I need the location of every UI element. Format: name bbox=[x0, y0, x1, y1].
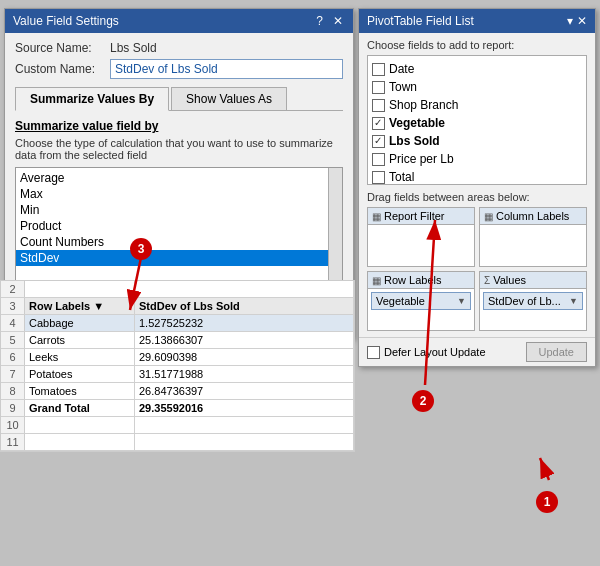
field-price-per-lb-checkbox[interactable] bbox=[372, 153, 385, 166]
cell-4a[interactable]: Cabbage bbox=[25, 315, 135, 331]
cell-10a[interactable] bbox=[25, 417, 135, 433]
field-date-checkbox[interactable] bbox=[372, 63, 385, 76]
dialog-close-button[interactable]: ✕ bbox=[331, 14, 345, 28]
callout-2: 2 bbox=[412, 390, 434, 412]
row-num-6: 6 bbox=[1, 349, 25, 365]
report-filter-body[interactable] bbox=[368, 225, 474, 231]
report-filter-icon: ▦ bbox=[372, 211, 381, 222]
custom-name-input[interactable] bbox=[110, 59, 343, 79]
field-total-checkbox[interactable] bbox=[372, 171, 385, 184]
values-body: StdDev of Lb... ▼ bbox=[480, 289, 586, 315]
cell-11a[interactable] bbox=[25, 434, 135, 450]
field-total-name: Total bbox=[389, 170, 414, 184]
update-button[interactable]: Update bbox=[526, 342, 587, 362]
cell-5a[interactable]: Carrots bbox=[25, 332, 135, 348]
sheet-row-7: 7 Potatoes 31.51771988 bbox=[1, 366, 354, 383]
field-lbs-sold[interactable]: Lbs Sold bbox=[372, 132, 582, 150]
cell-6b[interactable]: 29.6090398 bbox=[135, 349, 354, 365]
field-shop-branch[interactable]: Shop Branch bbox=[372, 96, 582, 114]
column-labels-label: Column Labels bbox=[496, 210, 569, 222]
field-price-per-lb[interactable]: Price per Lb bbox=[372, 150, 582, 168]
calculation-listbox-container: Average Max Min Product Count Numbers St… bbox=[15, 167, 343, 282]
cell-8b[interactable]: 26.84736397 bbox=[135, 383, 354, 399]
sheet-row-8: 8 Tomatoes 26.84736397 bbox=[1, 383, 354, 400]
cell-10b[interactable] bbox=[135, 417, 354, 433]
defer-layout-row: Defer Layout Update bbox=[367, 346, 486, 359]
field-vegetable[interactable]: Vegetable bbox=[372, 114, 582, 132]
field-town[interactable]: Town bbox=[372, 78, 582, 96]
row-num-5: 5 bbox=[1, 332, 25, 348]
list-item-max[interactable]: Max bbox=[16, 186, 342, 202]
cell-7a[interactable]: Potatoes bbox=[25, 366, 135, 382]
sheet-row-9: 9 Grand Total 29.35592016 bbox=[1, 400, 354, 417]
cell-5b[interactable]: 25.13866307 bbox=[135, 332, 354, 348]
values-header: Σ Values bbox=[480, 272, 586, 289]
row-num-4: 4 bbox=[1, 315, 25, 331]
arrow-1 bbox=[540, 458, 549, 480]
values-chip-name: StdDev of Lb... bbox=[488, 295, 561, 307]
pivot-gear-button[interactable]: ▾ bbox=[567, 14, 573, 28]
list-item-stddev[interactable]: StdDev bbox=[16, 250, 342, 266]
dialog-tabs: Summarize Values By Show Values As bbox=[15, 87, 343, 111]
row-num-11: 11 bbox=[1, 434, 25, 450]
cell-6a[interactable]: Leeks bbox=[25, 349, 135, 365]
field-date-name: Date bbox=[389, 62, 414, 76]
field-town-name: Town bbox=[389, 80, 417, 94]
values-chip-stddev[interactable]: StdDev of Lb... ▼ bbox=[483, 292, 583, 310]
field-shop-branch-name: Shop Branch bbox=[389, 98, 458, 112]
pivot-areas: ▦ Report Filter ▦ Column Labels ▦ Row La… bbox=[367, 207, 587, 331]
row-num-8: 8 bbox=[1, 383, 25, 399]
field-total[interactable]: Total bbox=[372, 168, 582, 185]
report-filter-header: ▦ Report Filter bbox=[368, 208, 474, 225]
list-item-min[interactable]: Min bbox=[16, 202, 342, 218]
row-labels-body: Vegetable ▼ bbox=[368, 289, 474, 315]
cell-7b[interactable]: 31.51771988 bbox=[135, 366, 354, 382]
field-date[interactable]: Date bbox=[372, 60, 582, 78]
report-filter-label: Report Filter bbox=[384, 210, 445, 222]
cell-9a[interactable]: Grand Total bbox=[25, 400, 135, 416]
dialog-title-controls: ? ✕ bbox=[314, 14, 345, 28]
field-town-checkbox[interactable] bbox=[372, 81, 385, 94]
list-item-count-numbers[interactable]: Count Numbers bbox=[16, 234, 342, 250]
cell-2b[interactable] bbox=[135, 281, 354, 297]
cell-2a[interactable] bbox=[25, 281, 135, 297]
row-labels-label: Row Labels bbox=[384, 274, 441, 286]
dialog-title-text: Value Field Settings bbox=[13, 14, 119, 28]
tab-show-values-as[interactable]: Show Values As bbox=[171, 87, 287, 110]
dialog-help-button[interactable]: ? bbox=[314, 14, 325, 28]
cell-8a[interactable]: Tomatoes bbox=[25, 383, 135, 399]
pivot-close-button[interactable]: ✕ bbox=[577, 14, 587, 28]
calculation-listbox[interactable]: Average Max Min Product Count Numbers St… bbox=[16, 168, 342, 281]
cell-3b[interactable]: StdDev of Lbs Sold bbox=[135, 298, 354, 314]
values-area: Σ Values StdDev of Lb... ▼ bbox=[479, 271, 587, 331]
values-chip-arrow: ▼ bbox=[569, 296, 578, 306]
tab-summarize-values-by[interactable]: Summarize Values By bbox=[15, 87, 169, 111]
column-labels-body[interactable] bbox=[480, 225, 586, 231]
section-desc: Choose the type of calculation that you … bbox=[15, 137, 343, 161]
field-shop-branch-checkbox[interactable] bbox=[372, 99, 385, 112]
defer-layout-checkbox[interactable] bbox=[367, 346, 380, 359]
cell-3a[interactable]: Row Labels ▼ bbox=[25, 298, 135, 314]
cell-11b[interactable] bbox=[135, 434, 354, 450]
source-name-value: Lbs Sold bbox=[110, 41, 157, 55]
list-item-product[interactable]: Product bbox=[16, 218, 342, 234]
row-num-3: 3 bbox=[1, 298, 25, 314]
custom-name-label: Custom Name: bbox=[15, 62, 110, 76]
cell-4b[interactable]: 1.527525232 bbox=[135, 315, 354, 331]
list-item-average[interactable]: Average bbox=[16, 170, 342, 186]
sheet-row-4: 4 Cabbage 1.527525232 bbox=[1, 315, 354, 332]
cell-9b[interactable]: 29.35592016 bbox=[135, 400, 354, 416]
row-labels-chip-vegetable[interactable]: Vegetable ▼ bbox=[371, 292, 471, 310]
section-title: Summarize value field by bbox=[15, 119, 343, 133]
dialog-titlebar: Value Field Settings ? ✕ bbox=[5, 9, 353, 33]
row-num-10: 10 bbox=[1, 417, 25, 433]
sheet-row-3: 3 Row Labels ▼ StdDev of Lbs Sold bbox=[1, 298, 354, 315]
sheet-row-11: 11 bbox=[1, 434, 354, 451]
field-vegetable-checkbox[interactable] bbox=[372, 117, 385, 130]
tab-content: Summarize value field by Choose the type… bbox=[15, 111, 343, 290]
report-filter-area: ▦ Report Filter bbox=[367, 207, 475, 267]
pivot-body: Choose fields to add to report: Date Tow… bbox=[359, 33, 595, 337]
listbox-scrollbar[interactable] bbox=[328, 168, 342, 281]
field-lbs-sold-checkbox[interactable] bbox=[372, 135, 385, 148]
row-labels-area: ▦ Row Labels Vegetable ▼ bbox=[367, 271, 475, 331]
